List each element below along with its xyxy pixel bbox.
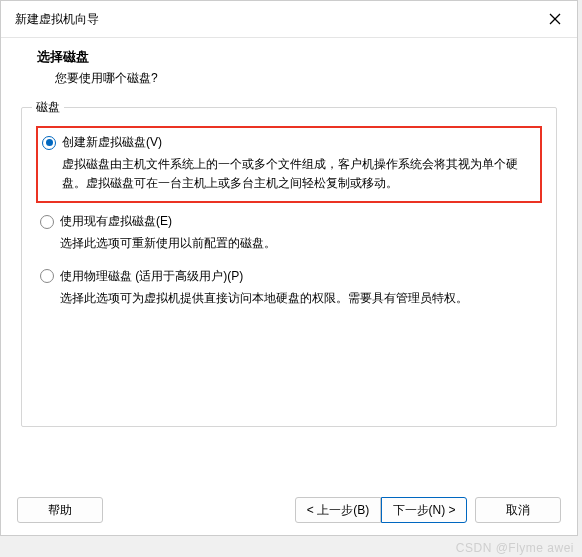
option-create-new-disk[interactable]: 创建新虚拟磁盘(V) 虚拟磁盘由主机文件系统上的一个或多个文件组成，客户机操作系… [36,126,542,203]
option-use-existing-disk[interactable]: 使用现有虚拟磁盘(E) 选择此选项可重新使用以前配置的磁盘。 [36,213,542,253]
radio-use-existing[interactable] [40,215,54,229]
close-button[interactable] [545,9,565,29]
option-label: 使用物理磁盘 (适用于高级用户)(P) [60,268,243,285]
option-label: 创建新虚拟磁盘(V) [62,134,162,151]
nav-button-group: < 上一步(B) 下一步(N) > [295,497,467,523]
group-label: 磁盘 [32,101,64,116]
next-button[interactable]: 下一步(N) > [381,497,467,523]
page-title: 选择磁盘 [37,48,553,66]
option-use-physical-disk[interactable]: 使用物理磁盘 (适用于高级用户)(P) 选择此选项可为虚拟机提供直接访问本地硬盘… [36,268,542,308]
button-bar: 帮助 < 上一步(B) 下一步(N) > 取消 [1,487,577,535]
option-desc: 选择此选项可为虚拟机提供直接访问本地硬盘的权限。需要具有管理员特权。 [60,289,542,308]
radio-create-new[interactable] [42,136,56,150]
option-label: 使用现有虚拟磁盘(E) [60,213,172,230]
watermark: CSDN @Flyme awei [456,541,574,555]
page-subtitle: 您要使用哪个磁盘? [37,70,553,87]
wizard-header: 选择磁盘 您要使用哪个磁盘? [1,38,577,101]
radio-use-physical[interactable] [40,269,54,283]
disk-groupbox: 磁盘 创建新虚拟磁盘(V) 虚拟磁盘由主机文件系统上的一个或多个文件组成，客户机… [21,107,557,427]
window-title: 新建虚拟机向导 [15,11,99,28]
close-icon [549,13,561,25]
cancel-button[interactable]: 取消 [475,497,561,523]
option-desc: 虚拟磁盘由主机文件系统上的一个或多个文件组成，客户机操作系统会将其视为单个硬盘。… [62,155,532,193]
option-desc: 选择此选项可重新使用以前配置的磁盘。 [60,234,542,253]
back-button[interactable]: < 上一步(B) [295,497,381,523]
wizard-dialog: 新建虚拟机向导 选择磁盘 您要使用哪个磁盘? 磁盘 创建新虚拟磁盘(V) 虚拟磁… [0,0,578,536]
content-area: 磁盘 创建新虚拟磁盘(V) 虚拟磁盘由主机文件系统上的一个或多个文件组成，客户机… [1,101,577,487]
help-button[interactable]: 帮助 [17,497,103,523]
titlebar: 新建虚拟机向导 [1,1,577,38]
